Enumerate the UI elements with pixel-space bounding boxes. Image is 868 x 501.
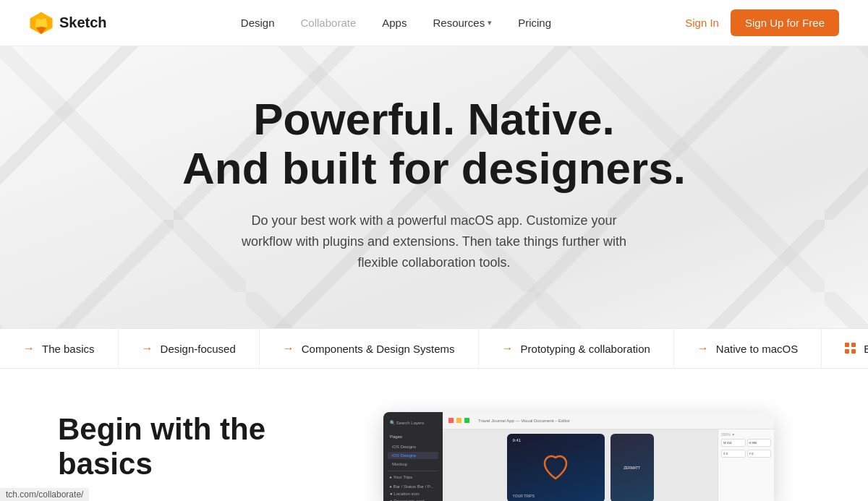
sign-up-button[interactable]: Sign Up for Free [731,9,839,36]
nav-links: Design Collaborate Apps Resources ▾ Pric… [241,17,551,30]
main-nav: Sketch Design Collaborate Apps Resources… [0,0,868,46]
sign-in-button[interactable]: Sign In [685,17,719,29]
zermatt-label: ZERMATT [624,466,640,470]
arrow-icon: → [283,342,294,355]
app-inspector: 200% ▼ W 414 H 896 X 0 Y 0 [718,429,774,501]
app-canvas: 9:41 YOUR TRIPS ZERMATT [443,429,718,501]
hero-section: Powerful. Native. And built for designer… [0,46,868,328]
phone-mockup: 9:41 YOUR TRIPS [507,434,605,502]
nav-link-pricing[interactable]: Pricing [518,17,551,29]
svg-marker-5 [35,18,48,27]
app-screenshot: 🔍 Search Layers Pages iOS Designs iOS De… [362,412,781,501]
window-maximize [464,418,469,423]
feature-nav-extensions[interactable]: Extensions [822,330,868,368]
window-minimize [456,418,461,423]
sidebar-location: ● Location icon [388,490,438,497]
status-url-bar: tch.com/collaborate/ [0,488,89,501]
content-section: Begin with the basics 🔍 Search Layers Pa… [0,369,868,501]
toolbar-title: Travel Journal App — Visual Document – E… [478,419,570,423]
feature-nav-design-label: Design-focused [161,343,236,355]
sidebar-trip-card: ● Recent trip card [388,497,438,501]
phone-time: 9:41 [513,438,522,442]
inspector-grid: W 414 H 896 [721,439,771,447]
hero-subtitle: Do your best work with a powerful macOS … [224,210,644,273]
inspector-field: H 896 [747,439,772,447]
content-title: Begin with the basics [58,412,289,482]
app-sidebar: 🔍 Search Layers Pages iOS Designs iOS De… [383,412,443,501]
inspector-x: X 0 [721,450,746,458]
sketch-logo-icon [29,11,54,35]
feature-nav-native[interactable]: → Native to macOS [674,329,822,368]
feature-nav-basics-label: The basics [42,343,95,355]
app-toolbar: Travel Journal App — Visual Document – E… [443,412,774,429]
logo[interactable]: Sketch [29,11,107,35]
app-canvas-area: 9:41 YOUR TRIPS ZERMATT [443,429,774,501]
inspector-field: W 414 [721,439,746,447]
arrow-icon: → [142,342,153,355]
nav-link-design[interactable]: Design [241,17,275,29]
sidebar-trips2: ▸ Bar / Status Bar / P... [388,482,438,490]
content-image: 🔍 Search Layers Pages iOS Designs iOS De… [333,412,810,501]
window-close [448,418,454,423]
nav-link-collaborate[interactable]: Collaborate [301,17,357,29]
arrow-icon: → [23,342,35,355]
feature-nav-components-label: Components & Design Systems [302,343,455,355]
inspector-grid2: X 0 Y 0 [721,450,771,458]
sidebar-item-selected: iOS Designs [388,452,438,459]
nav-actions: Sign In Sign Up for Free [685,9,839,36]
heart-icon [541,453,570,482]
nav-link-apps[interactable]: Apps [382,17,407,29]
logo-text: Sketch [59,14,107,31]
sidebar-trips: ▸ Your Trips [388,471,438,482]
phone-mockup-2: ZERMATT [610,434,654,502]
feature-nav-components[interactable]: → Components & Design Systems [260,329,479,368]
app-window: 🔍 Search Layers Pages iOS Designs iOS De… [383,412,774,501]
sidebar-mockup: Mockup [388,461,438,468]
feature-nav-prototyping[interactable]: → Prototyping & collaboration [479,329,674,368]
sidebar-item: iOS Designs [388,443,438,450]
feature-nav-extensions-label: Extensions [864,343,868,355]
feature-nav-design[interactable]: → Design-focused [119,329,260,368]
app-content: Travel Journal App — Visual Document – E… [443,412,774,501]
arrow-icon: → [502,342,514,355]
inspector-y: Y 0 [747,450,772,458]
sidebar-pages: Pages [388,433,438,440]
arrow-icon: → [697,342,709,355]
content-text: Begin with the basics [58,412,289,482]
nav-link-resources[interactable]: Resources ▾ [433,17,492,29]
feature-nav-prototyping-label: Prototyping & collaboration [521,343,650,355]
inspector-label: 200% ▼ [721,432,771,437]
grid-icon [845,343,856,354]
sidebar-search: 🔍 Search Layers [388,418,438,427]
hero-title: Powerful. Native. And built for designer… [182,95,686,193]
feature-nav: → The basics → Design-focused → Componen… [0,328,868,369]
feature-nav-basics[interactable]: → The basics [0,329,119,368]
phone-label: YOUR TRIPS [513,494,535,498]
chevron-down-icon: ▾ [488,18,492,27]
feature-nav-native-label: Native to macOS [716,343,798,355]
